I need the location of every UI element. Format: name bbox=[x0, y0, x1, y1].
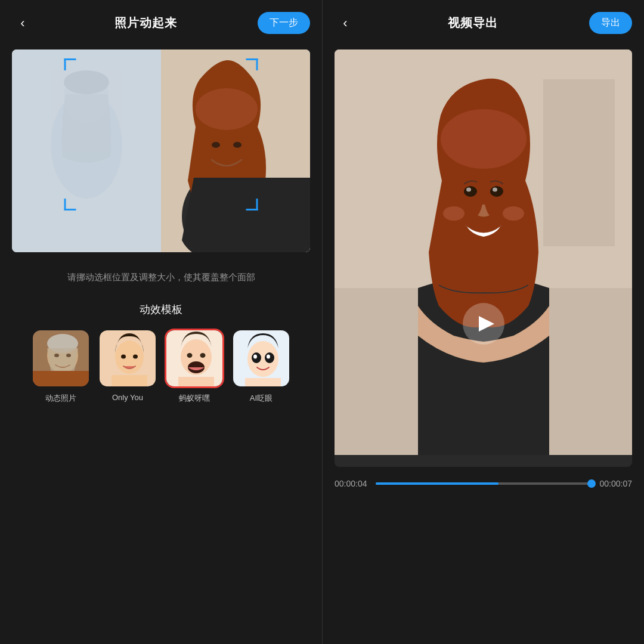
svg-point-35 bbox=[267, 355, 270, 359]
template-thumb-ant-yawn bbox=[165, 329, 224, 388]
svg-rect-23 bbox=[112, 375, 147, 388]
svg-point-10 bbox=[212, 142, 220, 148]
left-back-button[interactable]: ‹ bbox=[12, 13, 33, 34]
current-time: 00:00:04 bbox=[335, 479, 367, 488]
svg-point-11 bbox=[233, 142, 242, 148]
svg-point-48 bbox=[503, 206, 524, 221]
template-list: 动态照片 Only You bbox=[12, 329, 310, 404]
svg-point-43 bbox=[464, 186, 477, 197]
svg-point-26 bbox=[187, 353, 193, 358]
svg-point-5 bbox=[64, 70, 109, 94]
progress-bar[interactable] bbox=[376, 482, 592, 485]
svg-point-9 bbox=[196, 88, 258, 130]
svg-point-45 bbox=[466, 188, 471, 192]
progress-fill bbox=[376, 482, 499, 485]
video-preview[interactable] bbox=[335, 49, 632, 467]
svg-point-22 bbox=[133, 355, 138, 359]
instruction-text: 请挪动选框位置及调整大小，使其覆盖整个面部 bbox=[18, 270, 304, 284]
right-back-button[interactable]: ‹ bbox=[335, 13, 356, 34]
svg-point-42 bbox=[441, 109, 527, 169]
svg-point-34 bbox=[253, 355, 257, 359]
template-label-ai-blink: AI眨眼 bbox=[250, 393, 273, 404]
template-label-ant-yawn: 蚂蚁呀嘿 bbox=[179, 393, 210, 404]
svg-point-47 bbox=[443, 206, 465, 221]
export-button[interactable]: 导出 bbox=[589, 12, 632, 34]
template-thumb-dynamic bbox=[31, 329, 91, 388]
left-page-title: 照片动起来 bbox=[114, 15, 177, 31]
template-label-dynamic: 动态照片 bbox=[45, 393, 76, 404]
photo-preview[interactable] bbox=[12, 49, 310, 252]
right-page-title: 视频导出 bbox=[448, 15, 498, 31]
template-section-title: 动效模板 bbox=[12, 302, 310, 317]
progress-thumb[interactable] bbox=[587, 479, 596, 488]
svg-rect-18 bbox=[33, 330, 91, 371]
template-label-only-you: Only You bbox=[112, 393, 143, 402]
left-panel: ‹ 照片动起来 下一步 bbox=[0, 0, 322, 644]
template-thumb-ai-blink bbox=[231, 329, 291, 388]
right-panel: ‹ 视频导出 导出 bbox=[322, 0, 644, 644]
template-item-ant-yawn[interactable]: 蚂蚁呀嘿 bbox=[165, 329, 224, 404]
svg-rect-39 bbox=[543, 79, 615, 246]
next-step-button[interactable]: 下一步 bbox=[258, 12, 310, 34]
svg-rect-36 bbox=[245, 378, 281, 388]
svg-point-21 bbox=[121, 355, 126, 359]
svg-rect-17 bbox=[33, 371, 91, 388]
template-item-ai-blink[interactable]: AI眨眼 bbox=[231, 329, 291, 404]
svg-rect-29 bbox=[178, 377, 214, 388]
template-item-only-you[interactable]: Only You bbox=[98, 329, 157, 404]
svg-point-44 bbox=[490, 186, 503, 197]
svg-point-46 bbox=[493, 188, 497, 192]
svg-point-27 bbox=[200, 353, 206, 358]
total-time: 00:00:07 bbox=[600, 479, 633, 488]
template-thumb-only-you bbox=[98, 329, 157, 388]
template-section: 动效模板 bbox=[0, 302, 322, 404]
right-header: ‹ 视频导出 导出 bbox=[323, 0, 644, 44]
video-controls: 00:00:04 00:00:07 bbox=[323, 467, 644, 500]
left-header: ‹ 照片动起来 下一步 bbox=[0, 0, 322, 44]
template-item-dynamic[interactable]: 动态照片 bbox=[31, 329, 91, 404]
